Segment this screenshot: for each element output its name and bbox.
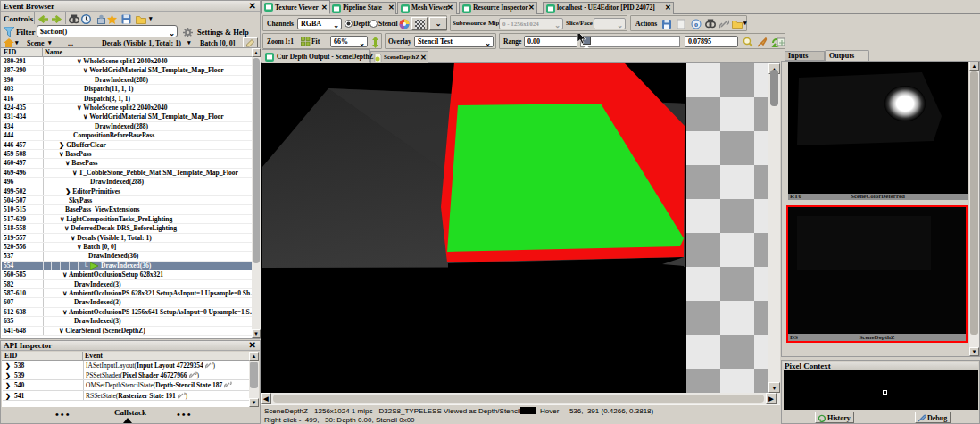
svg-text:o: o [694,21,698,29]
